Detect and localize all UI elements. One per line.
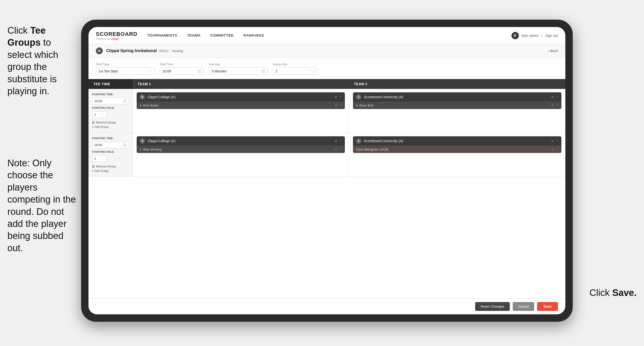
nav-links: TOURNAMENTS TEAMS COMMITTEE RANKINGS (147, 31, 512, 40)
intervals-clock: 🕙 (262, 69, 265, 73)
hole-spinner-1: ⌃⌄ (100, 113, 104, 116)
hole-input-2[interactable]: 1 ⌃⌄ (92, 155, 107, 162)
team1-expand-icon-1[interactable]: ⌃ (339, 95, 342, 99)
team1-entry-1: B Clippd College (A) ✕ ⌃ 1. Rich Butler (137, 92, 345, 109)
start-type-spinner: ⌃⌄ (147, 69, 152, 73)
team2-expand-icon-1[interactable]: ⌃ (556, 95, 558, 99)
player-close-1-2[interactable]: ✕ (334, 148, 337, 151)
group-left-1: STARTING TIME: 10:00 🕙 STARTING HOLE: 1 … (88, 89, 133, 133)
subheader: B Clippd Spring Invitational (Men) Hosti… (88, 44, 565, 58)
group-size-input[interactable]: 2 ⌃⌄ (273, 67, 317, 75)
tournament-name: Clippd Spring Invitational (106, 48, 157, 53)
trash-icon-1: 🗑 (92, 121, 95, 124)
team1-controls-1: ✕ ⌃ (334, 95, 342, 99)
subheader-badge: B (96, 47, 103, 54)
nav-avatar: B (512, 32, 519, 39)
start-time-input[interactable]: 10:00 🕙 (160, 67, 204, 75)
team1-name-1: Clippd College (A) (148, 95, 332, 99)
starting-hole-label-2: STARTING HOLE: (92, 150, 129, 153)
team2-dot-1: S (356, 94, 361, 100)
time-clock-2: 🕙 (123, 143, 127, 147)
player-expand-1-1[interactable]: ⌃ (339, 104, 342, 107)
group-row-2: STARTING TIME: 10:05 🕙 STARTING HOLE: 1 … (88, 133, 565, 177)
hole-input-1[interactable]: 1 ⌃⌄ (92, 111, 107, 118)
note-text: Note: Only choose the players competing … (0, 152, 84, 259)
click-save-bold: Save. (612, 288, 637, 298)
tablet-screen: SCOREBOARD Powered by clippd TOURNAMENTS… (88, 27, 565, 314)
intervals-input[interactable]: 5 Minutes 🕙 (209, 67, 268, 75)
team2-close-icon-2[interactable]: ✕ (551, 139, 554, 143)
team1-expand-icon-2[interactable]: ⌃ (339, 139, 342, 143)
config-intervals: Intervals 5 Minutes 🕙 (209, 63, 268, 75)
group-size-label: Group Size (273, 63, 317, 66)
config-start-time: Start Time 10:00 🕙 (160, 63, 204, 75)
start-time-clock: 🕙 (198, 69, 201, 73)
logo-area: SCOREBOARD Powered by clippd (96, 31, 138, 40)
player-close-sub-2[interactable]: ✕ (551, 148, 554, 151)
team2-expand-icon-2[interactable]: ⌃ (556, 139, 558, 143)
instructions-prefix: Click (7, 25, 30, 36)
tournament-gender: (Men) (159, 49, 168, 53)
team2-header-1[interactable]: S Scoreboard University (A) ✕ ⌃ (353, 92, 562, 102)
time-input-2[interactable]: 10:05 🕙 (92, 142, 129, 148)
player-row-2-1: 1. Rees Britt ✕ ⌃ (353, 102, 562, 109)
save-button[interactable]: Save (537, 302, 558, 311)
remove-group-btn-1[interactable]: 🗑 Remove Group (92, 121, 129, 124)
hole-spinner-2: ⌃⌄ (100, 157, 104, 160)
config-group-size: Group Size 2 ⌃⌄ (273, 63, 317, 75)
team1-close-icon-2[interactable]: ✕ (334, 139, 337, 143)
player-name-1-2: 2. Blair McHarg (140, 148, 332, 151)
team2-header-2[interactable]: S Scoreboard University (A) ✕ ⌃ (353, 136, 562, 146)
remove-group-btn-2[interactable]: 🗑 Remove Group (92, 165, 129, 168)
team1-name-2: Clippd College (A) (148, 139, 332, 143)
tee-table: Tee Time Team 1 Team 2 STARTING TIME: 10… (88, 79, 565, 298)
th-team1: Team 1 (133, 79, 349, 89)
nav-tournaments[interactable]: TOURNAMENTS (147, 31, 177, 40)
nav-committee[interactable]: COMMITTEE (210, 31, 234, 40)
team1-cell-2: B Clippd College (A) ✕ ⌃ 2. Blair McHarg (133, 133, 349, 177)
team1-entry-2: B Clippd College (A) ✕ ⌃ 2. Blair McHarg (137, 136, 345, 153)
start-type-input[interactable]: 1st Tee Start ⌃⌄ (96, 67, 155, 75)
player-controls-1-1: ✕ ⌃ (334, 104, 342, 107)
player-controls-2-1: ✕ ⌃ (551, 104, 558, 107)
note-label: Note: (7, 158, 32, 168)
reset-changes-button[interactable]: Reset Changes (475, 302, 510, 311)
player-close-2-1[interactable]: ✕ (551, 104, 554, 107)
team2-controls-2: ✕ ⌃ (551, 139, 558, 143)
nav-teams[interactable]: TEAMS (187, 31, 200, 40)
time-clock-1: 🕙 (123, 99, 127, 103)
player-name-2-1: 1. Rees Britt (356, 104, 549, 107)
starting-time-label-1: STARTING TIME: (92, 93, 129, 96)
team1-dot-1: B (140, 94, 145, 100)
player-expand-2-1[interactable]: ⌃ (556, 104, 558, 107)
navbar: SCOREBOARD Powered by clippd TOURNAMENTS… (88, 27, 565, 44)
pipe: | (542, 34, 542, 37)
sign-out-link[interactable]: Sign out (546, 34, 558, 37)
intervals-label: Intervals (209, 63, 268, 66)
starting-hole-label-1: STARTING HOLE: (92, 106, 129, 109)
team1-header-1[interactable]: B Clippd College (A) ✕ ⌃ (137, 92, 345, 102)
player-close-1-1[interactable]: ✕ (334, 104, 337, 107)
nav-rankings[interactable]: RANKINGS (243, 31, 264, 40)
note-bold: Only choose the players competing in the… (7, 158, 76, 253)
instructions-text: Click Tee Groups to select which group t… (0, 20, 76, 102)
team2-name-1: Scoreboard University (A) (364, 95, 549, 99)
start-type-label: Start Type (96, 63, 155, 66)
player-expand-1-2[interactable]: ⌃ (339, 148, 342, 151)
back-link[interactable]: ‹ Back (548, 49, 558, 53)
player-controls-sub-2: ✕ ⌃ (551, 148, 558, 151)
add-group-btn-1[interactable]: + Add Group (92, 125, 129, 129)
team2-controls-1: ✕ ⌃ (551, 95, 558, 99)
cancel-button[interactable]: Cancel (513, 302, 534, 311)
group-size-spinner: ⌃⌄ (310, 69, 314, 73)
team2-close-icon-1[interactable]: ✕ (551, 95, 554, 99)
team1-header-2[interactable]: B Clippd College (A) ✕ ⌃ (137, 136, 345, 146)
team1-dot-2: B (140, 138, 145, 144)
time-input-1[interactable]: 10:00 🕙 (92, 98, 129, 104)
player-expand-sub-2[interactable]: ⌃ (556, 148, 558, 151)
hosting-badge: Hosting (172, 49, 183, 53)
player-row-sub-2: Dave Billingham (SUB) ✕ ⌃ (353, 146, 562, 153)
main-content: Start Type 1st Tee Start ⌃⌄ Start Time 1… (88, 58, 565, 314)
add-group-btn-2[interactable]: + Add Group (92, 169, 129, 173)
team1-close-icon-1[interactable]: ✕ (334, 95, 337, 99)
